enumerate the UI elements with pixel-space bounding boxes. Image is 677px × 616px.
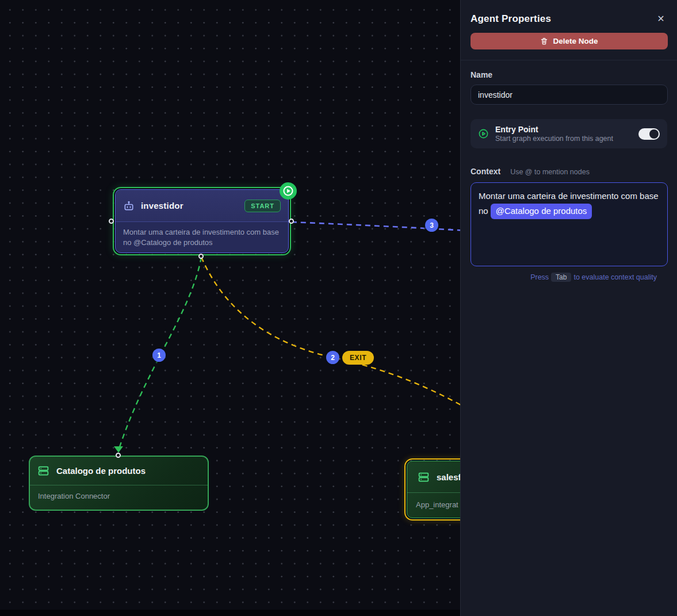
exit-label[interactable]: EXIT: [342, 351, 374, 365]
node-title: Catalogo de produtos: [56, 466, 146, 476]
panel-title: Agent Properties: [471, 13, 551, 25]
edge-order-badge-3[interactable]: 3: [425, 219, 438, 232]
edge-order-badge-1[interactable]: 1: [152, 349, 166, 362]
mention-chip[interactable]: @Catalogo de produtos: [491, 204, 592, 219]
context-label-row: Context Use @ to mention nodes: [471, 167, 667, 176]
node-investidor-header: investidor START: [116, 190, 288, 222]
entry-point-toggle[interactable]: [638, 128, 660, 140]
robot-icon: [123, 200, 135, 212]
node-subtitle: Integration Connector: [30, 485, 208, 507]
entry-point-title: Entry Point: [495, 125, 632, 134]
handle-catalogo-top[interactable]: [116, 453, 121, 458]
server-icon: [418, 471, 430, 483]
context-label: Context: [471, 167, 500, 176]
handle-left[interactable]: [109, 219, 114, 224]
context-editor[interactable]: Montar uma carteira de investimento com …: [471, 182, 668, 266]
delete-node-label: Delete Node: [553, 37, 598, 45]
handle-right[interactable]: [289, 219, 294, 224]
play-circle-icon: [478, 128, 489, 139]
node-title: investidor: [141, 201, 183, 211]
delete-node-button[interactable]: Delete Node: [471, 33, 668, 49]
node-investidor[interactable]: investidor START Montar uma carteira de …: [113, 187, 291, 255]
node-description: Montar uma carteira de investimento com …: [116, 222, 288, 253]
panel-header: Agent Properties ✕: [471, 13, 667, 25]
name-label: Name: [471, 70, 667, 79]
context-section: Context Use @ to mention nodes Montar um…: [461, 167, 677, 282]
name-section: Name: [461, 60, 677, 105]
entry-point-card: Entry Point Start graph execution from t…: [471, 119, 667, 148]
hint-press: Press: [530, 273, 549, 281]
context-quality-hint: PressTabto evaluate context quality: [471, 273, 657, 282]
context-hint: Use @ to mention nodes: [510, 168, 590, 176]
hint-rest: to evaluate context quality: [573, 273, 657, 281]
name-input[interactable]: [471, 85, 668, 105]
node-catalogo-de-produtos[interactable]: Catalogo de produtos Integration Connect…: [29, 456, 209, 511]
toggle-knob: [649, 129, 659, 139]
edge-purple[interactable]: [292, 222, 467, 231]
handle-bottom[interactable]: [198, 254, 204, 259]
start-badge: START: [244, 200, 281, 212]
node-investidor-inner: investidor START Montar uma carteira de …: [115, 189, 289, 253]
node-catalogo-header: Catalogo de produtos: [30, 457, 208, 485]
edge-yellow[interactable]: [201, 257, 467, 408]
server-icon: [37, 465, 49, 477]
agent-properties-panel: Agent Properties ✕ Delete Node Name Entr…: [460, 0, 677, 616]
entry-point-subtitle: Start graph execution from this agent: [495, 135, 632, 143]
edge-arrowhead: [114, 446, 123, 453]
edge-order-badge-2[interactable]: 2: [326, 351, 339, 364]
close-icon[interactable]: ✕: [655, 13, 667, 25]
trash-icon: [540, 37, 548, 45]
run-agent-button[interactable]: [279, 182, 297, 200]
tab-key-badge: Tab: [551, 273, 571, 282]
entry-point-texts: Entry Point Start graph execution from t…: [495, 125, 632, 143]
